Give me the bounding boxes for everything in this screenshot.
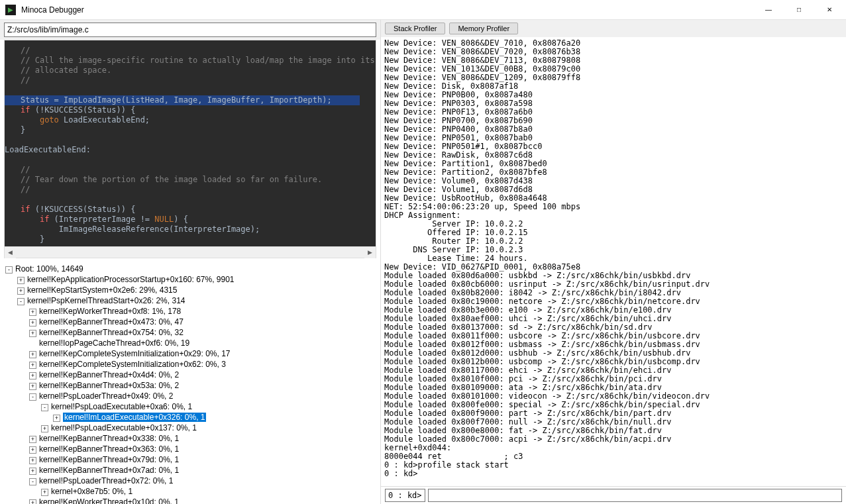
expand-icon[interactable]: +	[29, 372, 36, 379]
tree-node[interactable]: +kernel!KepCompleteSystemInitialization+…	[3, 359, 380, 370]
tree-node[interactable]: +kernel!KepBannerThread+0x754: 0%, 32	[3, 327, 380, 338]
code-line: //	[21, 165, 376, 175]
window-controls: — □ ✕	[753, 0, 845, 20]
tree-node-label: kernel!KepStartSystem+0x2e6: 29%, 4315	[27, 285, 177, 295]
minimize-button[interactable]: —	[753, 0, 784, 20]
scroll-right-icon[interactable]: ▶	[364, 247, 376, 258]
command-bar: 0 : kd>	[381, 486, 846, 504]
tree-node-label: kernel!PspLoaderThread+0x72: 0%, 1	[39, 476, 173, 485]
code-line: }	[21, 234, 376, 244]
tree-node[interactable]: +kernel!KepBannerThread+0x338: 0%, 1	[3, 433, 380, 444]
code-line: if (!KSUCCESS(Status)) {	[21, 105, 376, 115]
tree-node[interactable]: +kernel!KepStartSystem+0x2e6: 29%, 4315	[3, 285, 380, 295]
expand-icon[interactable]: +	[29, 362, 36, 369]
app-icon: ▶	[5, 5, 16, 15]
maximize-button[interactable]: □	[784, 0, 814, 20]
code-line: // Tear down the portion of the image lo…	[21, 175, 376, 185]
command-prompt: 0 : kd>	[385, 489, 425, 502]
left-pane: //// Call the image-specific routine to …	[0, 20, 381, 504]
tree-node-label: kernel!KepWorkerThread+0x10d: 0%, 1	[39, 497, 179, 504]
code-line	[21, 195, 376, 205]
tree-node[interactable]: +kernel+0x8e7b5: 0%, 1	[3, 486, 380, 497]
code-pane[interactable]: //// Call the image-specific routine to …	[5, 40, 376, 246]
collapse-icon[interactable]: -	[5, 266, 13, 274]
code-horizontal-scrollbar[interactable]: ◀ ▶	[5, 246, 376, 258]
tree-node[interactable]: +kernel!KepBannerThread+0x473: 0%, 47	[3, 317, 380, 327]
expand-icon[interactable]: +	[29, 351, 36, 358]
tree-node[interactable]: +kernel!KepBannerThread+0x4d4: 0%, 2	[3, 370, 380, 380]
profiler-toolbar: Stack Profiler Memory Profiler	[381, 20, 846, 37]
tree-node-label: kernel!KepBannerThread+0x473: 0%, 47	[39, 317, 184, 327]
expand-icon[interactable]: +	[41, 489, 48, 496]
tree-node[interactable]: +kernel!KepBannerThread+0x363: 0%, 1	[3, 444, 380, 454]
tree-node[interactable]: +kernel!KepWorkerThread+0x10d: 0%, 1	[3, 497, 380, 504]
expand-icon[interactable]: +	[29, 330, 36, 337]
code-line	[21, 85, 376, 95]
expand-icon[interactable]: +	[17, 287, 25, 295]
close-button[interactable]: ✕	[814, 0, 845, 20]
memory-profiler-button[interactable]: Memory Profiler	[449, 23, 518, 34]
tree-node[interactable]: -kernel!PspKernelThreadStart+0x26: 2%, 3…	[3, 295, 380, 306]
stack-profiler-button[interactable]: Stack Profiler	[385, 23, 445, 34]
source-path-bar	[0, 20, 380, 40]
source-path-input[interactable]	[4, 23, 376, 37]
tree-node-label: kernel!KepBannerThread+0x754: 0%, 32	[39, 328, 184, 337]
expand-icon[interactable]: +	[17, 277, 25, 284]
tree-node-label: kernel!KepBannerThread+0x7ad: 0%, 1	[39, 466, 179, 475]
tree-node-label: kernel!PspLoadExecutable+0xa6: 0%, 1	[51, 402, 192, 411]
tree-node[interactable]: -kernel!PspLoadExecutable+0xa6: 0%, 1	[3, 401, 380, 412]
code-line: ImImageReleaseReference(InterpreterImage…	[21, 225, 376, 234]
collapse-icon[interactable]: -	[29, 393, 36, 401]
expand-icon[interactable]: +	[29, 436, 36, 443]
command-input[interactable]	[428, 489, 842, 502]
expand-icon[interactable]: +	[29, 446, 36, 454]
main-split: //// Call the image-specific routine to …	[0, 20, 846, 504]
tree-node[interactable]: +kernel!KepBannerThread+0x53a: 0%, 2	[3, 380, 380, 391]
expand-icon[interactable]: +	[29, 457, 36, 464]
tree-node-label: kernel!KepCompleteSystemInitialization+0…	[39, 349, 231, 358]
tree-node[interactable]: -kernel!PspLoaderThread+0x72: 0%, 1	[3, 476, 380, 486]
expand-icon[interactable]: +	[29, 499, 36, 504]
collapse-icon[interactable]: -	[17, 298, 25, 305]
tree-node[interactable]: +kernel!KepApplicationProcessorStartup+0…	[3, 274, 380, 285]
expand-icon[interactable]: +	[29, 319, 36, 327]
right-pane: Stack Profiler Memory Profiler New Devic…	[381, 20, 846, 504]
tree-node-label: kernel!KepBannerThread+0x4d4: 0%, 2	[39, 370, 179, 379]
code-line: Status = ImpLoadImage(ListHead, Image, I…	[5, 95, 360, 105]
tree-node[interactable]: -kernel!PspLoaderThread+0x49: 0%, 2	[3, 391, 380, 401]
expand-icon[interactable]: +	[53, 415, 60, 422]
tree-node-label: kernel!KepWorkerThread+0xf8: 1%, 178	[39, 307, 181, 316]
tree-node-label: kernel!IopPageCacheThread+0xf6: 0%, 19	[39, 338, 189, 348]
tree-node-label: kernel!ImLoadExecutable+0x326: 0%, 1	[63, 413, 206, 422]
code-line: // Call the image-specific routine to ac…	[21, 56, 376, 66]
expand-icon[interactable]: +	[29, 309, 36, 316]
tree-node[interactable]: +kernel!KepBannerThread+0x79d: 0%, 1	[3, 454, 380, 465]
code-line	[21, 135, 376, 145]
expand-icon[interactable]: +	[41, 425, 48, 432]
tree-node[interactable]: +kernel!KepCompleteSystemInitialization+…	[3, 348, 380, 359]
tree-node-label: kernel+0x8e7b5: 0%, 1	[51, 487, 132, 496]
call-tree[interactable]: -Root: 100%, 14649+kernel!KepApplication…	[0, 261, 380, 504]
tree-node[interactable]: kernel!IopPageCacheThread+0xf6: 0%, 19	[3, 338, 380, 348]
tree-node-label: Root: 100%, 14649	[15, 264, 83, 274]
tree-node-label: kernel!KepBannerThread+0x338: 0%, 1	[39, 434, 179, 443]
tree-node[interactable]: +kernel!ImLoadExecutable+0x326: 0%, 1	[3, 412, 380, 423]
source-view: //// Call the image-specific routine to …	[4, 40, 376, 258]
collapse-icon[interactable]: -	[29, 478, 36, 485]
tree-node[interactable]: -Root: 100%, 14649	[3, 264, 380, 274]
code-line: // allocated space.	[21, 66, 376, 76]
tree-node-label: kernel!KepApplicationProcessorStartup+0x…	[27, 275, 235, 284]
code-line: if (!KSUCCESS(Status)) {	[21, 205, 376, 215]
debug-console[interactable]: New Device: VEN_8086&DEV_7010, 0x80876a2…	[381, 37, 846, 486]
tree-node-label: kernel!PspKernelThreadStart+0x26: 2%, 31…	[27, 296, 185, 305]
code-line: LoadExecutableEnd:	[5, 145, 376, 155]
tree-node-label: kernel!KepCompleteSystemInitialization+0…	[39, 360, 226, 369]
tree-node[interactable]: +kernel!PspLoadExecutable+0x137: 0%, 1	[3, 423, 380, 433]
collapse-icon[interactable]: -	[41, 404, 48, 411]
scroll-left-icon[interactable]: ◀	[5, 247, 16, 258]
expand-icon[interactable]: +	[29, 383, 36, 390]
code-line: //	[21, 46, 376, 56]
tree-node[interactable]: +kernel!KepWorkerThread+0xf8: 1%, 178	[3, 306, 380, 317]
expand-icon[interactable]: +	[29, 468, 36, 475]
tree-node[interactable]: +kernel!KepBannerThread+0x7ad: 0%, 1	[3, 465, 380, 476]
